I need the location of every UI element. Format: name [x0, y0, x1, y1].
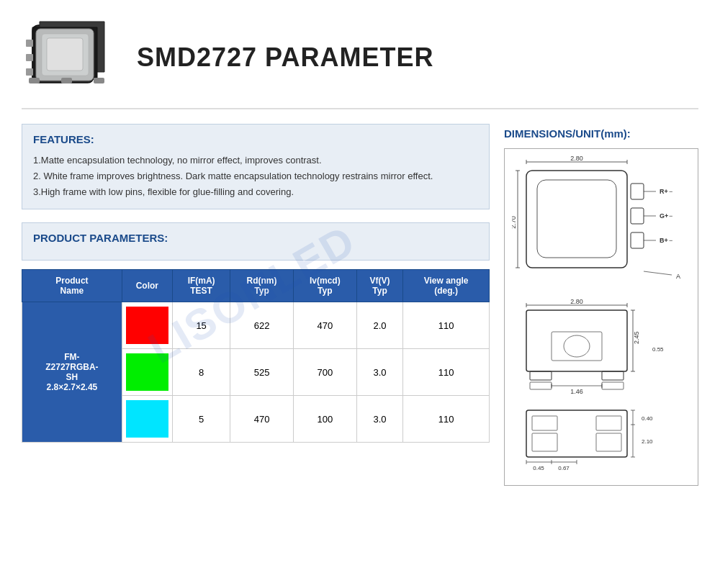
- svg-rect-50: [602, 382, 624, 389]
- params-section: PRODUCT PARAMETERS:: [22, 222, 490, 261]
- if-red: 15: [172, 302, 230, 349]
- svg-line-35: [644, 271, 672, 275]
- dimensions-title: DIMENSIONS/UNIT(mm):: [504, 127, 698, 140]
- dimensions-box: 2.80 2.70 R+ −: [504, 148, 698, 486]
- svg-rect-56: [526, 410, 627, 457]
- svg-rect-9: [26, 40, 33, 47]
- right-panel: DIMENSIONS/UNIT(mm): 2.80 2.70: [504, 124, 698, 489]
- color-swatch-red: [126, 307, 168, 344]
- bottom-view-diagram: 0.40 2.10 0.45 0.67: [512, 403, 685, 475]
- rd-red: 622: [230, 302, 293, 349]
- svg-rect-21: [537, 180, 616, 258]
- color-swatch-green: [126, 353, 168, 391]
- features-title: FEATURES:: [33, 133, 478, 145]
- vf-cyan: 3.0: [356, 396, 402, 443]
- product-name-cell: FM-Z2727RGBA-SH2.8×2.7×2.45: [22, 302, 122, 443]
- feature-item-2: 2. White frame improves brightness. Dark…: [33, 168, 478, 184]
- svg-text:B+: B+: [660, 237, 668, 244]
- col-header-rd: Rd(nm)Typ: [230, 270, 293, 302]
- col-header-iv: Iv(mcd)Typ: [293, 270, 356, 302]
- svg-text:A: A: [676, 273, 680, 280]
- color-cell-red: [122, 302, 172, 349]
- svg-rect-20: [526, 171, 627, 268]
- view-red: 110: [403, 302, 490, 349]
- iv-red: 470: [293, 302, 356, 349]
- rd-green: 525: [230, 349, 293, 396]
- svg-rect-30: [631, 232, 644, 248]
- svg-rect-6: [29, 78, 40, 83]
- svg-rect-22: [631, 184, 644, 199]
- svg-text:−: −: [669, 188, 672, 195]
- svg-text:0.55: 0.55: [652, 346, 664, 353]
- feature-item-1: 1.Matte encapsulation technology, no mir…: [33, 153, 478, 168]
- table-header-row: ProductName Color IF(mA)TEST Rd(nm)Typ I…: [22, 270, 490, 302]
- vf-green: 3.0: [356, 349, 402, 396]
- dimensions-section: DIMENSIONS/UNIT(mm): 2.80 2.70: [504, 124, 698, 489]
- page: LISONLED: [0, 0, 720, 588]
- iv-cyan: 100: [293, 396, 356, 443]
- features-list: 1.Matte encapsulation technology, no mir…: [33, 153, 478, 200]
- svg-text:2.80: 2.80: [570, 156, 583, 162]
- vf-red: 2.0: [356, 302, 402, 349]
- svg-rect-40: [526, 310, 627, 371]
- col-header-if: IF(mA)TEST: [172, 270, 230, 302]
- color-cell-cyan: [122, 396, 172, 443]
- svg-rect-60: [596, 433, 621, 451]
- product-table: ProductName Color IF(mA)TEST Rd(nm)Typ I…: [22, 269, 490, 443]
- svg-text:2.45: 2.45: [633, 331, 640, 344]
- front-view-diagram: 2.80 2.45: [512, 299, 685, 400]
- svg-text:1.46: 1.46: [570, 388, 583, 395]
- svg-text:0.67: 0.67: [558, 465, 570, 471]
- header: SMD2727 PARAMETER: [22, 14, 698, 109]
- svg-text:2.10: 2.10: [642, 438, 653, 445]
- if-cyan: 5: [172, 396, 230, 443]
- svg-rect-49: [602, 371, 624, 380]
- features-section: FEATURES: 1.Matte encapsulation technolo…: [22, 124, 490, 209]
- svg-rect-59: [596, 416, 621, 430]
- svg-rect-10: [26, 54, 33, 61]
- svg-rect-58: [532, 433, 557, 451]
- col-header-product-name: ProductName: [22, 270, 122, 302]
- svg-text:−: −: [669, 237, 672, 244]
- col-header-color: Color: [122, 270, 172, 302]
- svg-rect-47: [530, 371, 552, 380]
- rd-cyan: 470: [230, 396, 293, 443]
- svg-text:0.45: 0.45: [533, 465, 544, 471]
- left-panel: FEATURES: 1.Matte encapsulation technolo…: [22, 124, 490, 489]
- svg-rect-48: [530, 382, 552, 389]
- svg-text:R+: R+: [660, 188, 668, 195]
- svg-text:−: −: [669, 212, 672, 220]
- main-layout: FEATURES: 1.Matte encapsulation technolo…: [22, 124, 698, 489]
- params-title: PRODUCT PARAMETERS:: [33, 232, 478, 244]
- svg-rect-7: [61, 78, 72, 83]
- svg-text:2.80: 2.80: [570, 299, 583, 305]
- svg-rect-41: [552, 332, 602, 361]
- top-view-diagram: 2.80 2.70 R+ −: [512, 156, 685, 297]
- svg-rect-57: [532, 416, 557, 430]
- iv-green: 700: [293, 349, 356, 396]
- col-header-view: View angle(deg.): [403, 270, 490, 302]
- led-image: [22, 14, 115, 101]
- svg-rect-5: [47, 38, 83, 71]
- if-green: 8: [172, 349, 230, 396]
- svg-text:2.70: 2.70: [512, 216, 517, 229]
- svg-rect-8: [94, 78, 104, 83]
- color-swatch-cyan: [126, 400, 168, 438]
- table-row-red: FM-Z2727RGBA-SH2.8×2.7×2.45 15 622 470 2…: [22, 302, 490, 349]
- svg-rect-11: [26, 68, 33, 76]
- col-header-vf: Vf(V)Typ: [356, 270, 402, 302]
- view-cyan: 110: [403, 396, 490, 443]
- svg-rect-26: [631, 208, 644, 224]
- svg-point-42: [564, 335, 590, 357]
- page-title: SMD2727 PARAMETER: [137, 42, 433, 73]
- color-cell-green: [122, 349, 172, 396]
- feature-item-3: 3.High frame with low pins, flexible for…: [33, 184, 478, 200]
- svg-text:0.40: 0.40: [642, 415, 653, 422]
- svg-text:G+: G+: [660, 212, 668, 220]
- view-green: 110: [403, 349, 490, 396]
